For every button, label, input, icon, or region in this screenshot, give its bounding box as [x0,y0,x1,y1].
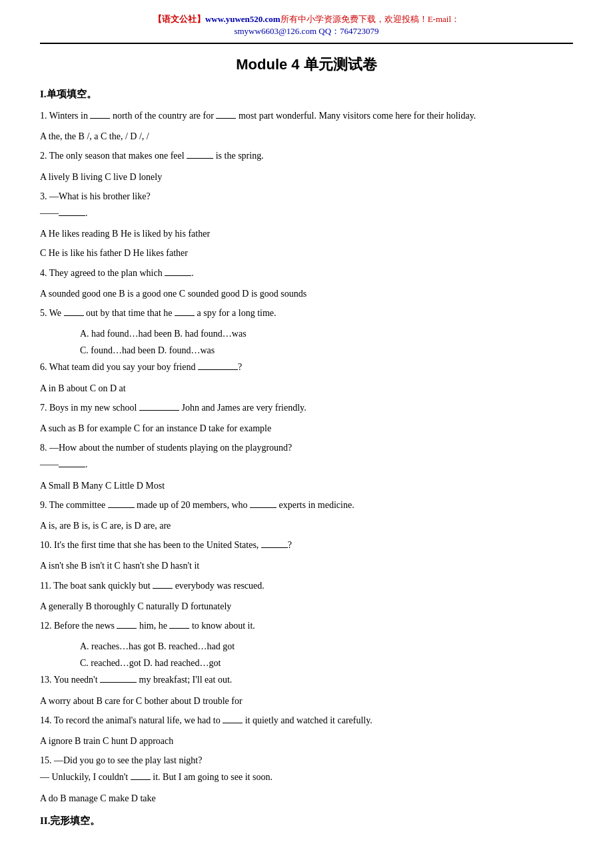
q3-options-a: A He likes reading B He is liked by his … [40,225,573,242]
header-line2: smyww6603@126.com QQ：764723079 [40,25,573,37]
q3-blank [59,215,85,216]
q2-text: 2. The only season that makes one feel i… [40,151,264,161]
section2-title: II.完形填空。 [40,815,573,827]
q6-options: A in B about C on D at [40,380,573,397]
q7-options: A such as B for example C for an instanc… [40,420,573,437]
q14-options-text: A ignore B train C hunt D approach [40,736,173,746]
question-6: 6. What team did you say your boy friend… [40,359,573,375]
q1-blank2 [216,118,236,119]
question-13: 13. You needn't my breakfast; I'll eat o… [40,671,573,688]
q14-blank [223,723,243,723]
q15-extra: — Unluckily, I couldn't it. But I am goi… [40,772,273,782]
q15-text: 15. —Did you go to see the play last nig… [40,755,202,765]
brand-text: 【语文公社】 [153,14,205,24]
q12-blank2 [169,628,189,629]
q9-options-text: A is, are B is, is C are, is D are, are [40,521,171,531]
question-15: 15. —Did you go to see the play last nig… [40,752,573,785]
q13-options: A worry about B care for C bother about … [40,693,573,709]
q12-opt1: A. reaches…has got B. reached…had got [80,641,235,651]
q9-blank2 [250,507,277,508]
q3-text: 3. —What is his brother like? [40,191,151,201]
q1-text: 1. Winters in north of the country are f… [40,111,476,121]
q15-options: A do B manage C make D take [40,790,573,807]
header-divider [40,43,573,44]
q7-blank [139,410,179,411]
q5-opt1: A. had found…had been B. had found…was [80,329,247,339]
page-title: Module 4 单元测试卷 [40,55,573,75]
email-qq: smyww6603@126.com QQ：764723079 [234,26,378,36]
q11-options: A generally B thoroughly C naturally D f… [40,598,573,615]
question-2: 2. The only season that makes one feel i… [40,147,573,164]
q12-options-b: C. reached…got D. had reached…got [80,655,573,671]
q14-text: 14. To record the animal's natural life,… [40,715,372,725]
q1-options: A the, the B /, a C the, / D /, / [40,128,573,145]
q10-options: A isn't she B isn't it C hasn't she D ha… [40,557,573,574]
question-10: 10. It's the first time that she has bee… [40,537,573,553]
question-9: 9. The committee made up of 20 members, … [40,497,573,513]
q5-blank1 [64,315,84,316]
q15-options-text: A do B manage C make D take [40,793,156,803]
q3-opt1: A He likes reading B He is liked by his … [40,229,210,239]
q3-opt2: C He is like his father D He likes fathe… [40,248,188,258]
q8-extra: ——. [40,459,88,469]
q4-text: 4. They agreed to the plan which . [40,268,194,278]
q10-blank [261,547,288,548]
q11-options-text: A generally B thoroughly C naturally D f… [40,601,231,611]
q2-options: A lively B living C live D lonely [40,169,573,185]
header-text1: 所有中小学资源免费下载，欢迎投稿！E-mail： [281,14,460,24]
q7-options-text: A such as B for example C for an instanc… [40,423,271,433]
q8-text: 8. —How about the number of students pla… [40,443,292,453]
q7-text: 7. Boys in my new school John and James … [40,403,306,413]
question-14: 14. To record the animal's natural life,… [40,712,573,729]
q15-blank [131,779,151,780]
q13-text: 13. You needn't my breakfast; I'll eat o… [40,675,232,685]
question-4: 4. They agreed to the plan which . [40,265,573,281]
q5-text: 5. We out by that time that he a spy for… [40,308,277,318]
question-5: 5. We out by that time that he a spy for… [40,305,573,321]
q12-text: 12. Before the news him, he to know abou… [40,621,255,631]
question-7: 7. Boys in my new school John and James … [40,399,573,416]
question-1: 1. Winters in north of the country are f… [40,107,573,124]
q9-blank1 [108,507,135,508]
q4-options: A sounded good one B is a good one C sou… [40,285,573,302]
question-3: 3. —What is his brother like? ——. [40,188,573,221]
q12-blank1 [117,628,137,629]
question-12: 12. Before the news him, he to know abou… [40,617,573,634]
q3-options-b: C He is like his father D He likes fathe… [40,245,573,261]
q5-opt2: C. found…had been D. found…was [80,345,215,355]
q6-text: 6. What team did you say your boy friend… [40,362,242,372]
q12-options-a: A. reaches…has got B. reached…had got [80,638,573,655]
q9-options: A is, are B is, is C are, is D are, are [40,517,573,534]
q10-text: 10. It's the first time that she has bee… [40,540,292,550]
q8-options: A Small B Many C Little D Most [40,477,573,494]
q8-options-text: A Small B Many C Little D Most [40,481,165,491]
q4-blank [165,275,191,276]
q1-blank1 [90,118,110,119]
question-8: 8. —How about the number of students pla… [40,439,573,473]
q14-options: A ignore B train C hunt D approach [40,733,573,749]
q11-text: 11. The boat sank quickly but everybody … [40,581,265,591]
q5-options-b: C. found…had been D. found…was [80,342,573,359]
q5-blank2 [175,315,195,316]
q2-options-text: A lively B living C live D lonely [40,172,162,182]
q13-options-text: A worry about B care for C bother about … [40,696,243,706]
section1-title: I.单项填空。 [40,88,573,101]
q4-options-text: A sounded good one B is a good one C sou… [40,289,306,299]
q3-extra: ——. [40,208,88,218]
q9-text: 9. The committee made up of 20 members, … [40,500,354,510]
q6-blank [198,369,238,370]
q2-blank [187,158,213,159]
q6-options-text: A in B about C on D at [40,383,126,393]
question-11: 11. The boat sank quickly but everybody … [40,577,573,594]
q8-blank [59,467,85,467]
q13-blank [100,682,137,683]
q12-opt2: C. reached…got D. had reached…got [80,658,221,668]
q10-options-text: A isn't she B isn't it C hasn't she D ha… [40,561,199,571]
header-line1: 【语文公社】www.yuwen520.com所有中小学资源免费下载，欢迎投稿！E… [40,13,573,25]
website-text: www.yuwen520.com [205,14,281,24]
q5-options-a: A. had found…had been B. had found…was [80,325,573,342]
q1-options-text: A the, the B /, a C the, / D /, / [40,131,149,141]
page-header: 【语文公社】www.yuwen520.com所有中小学资源免费下载，欢迎投稿！E… [40,13,573,37]
q11-blank [153,588,173,589]
